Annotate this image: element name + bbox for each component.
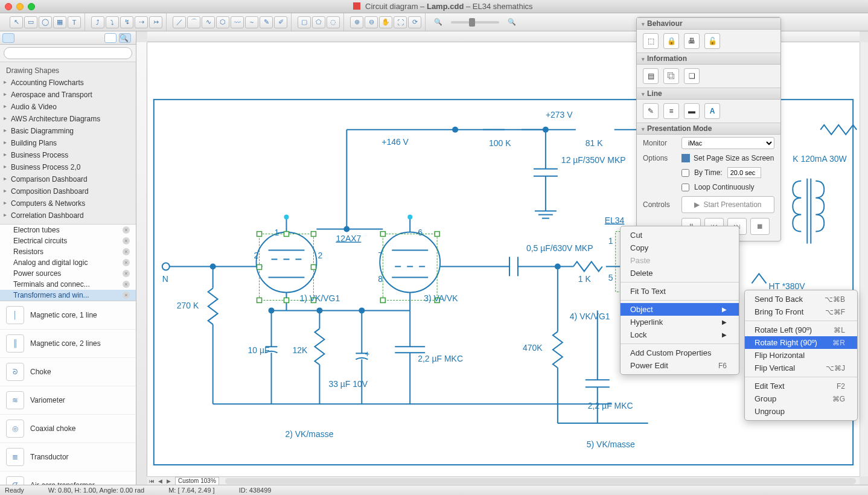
cm-bring-to-front[interactable]: Bring To Front⌥⌘F	[745, 305, 857, 318]
set-page-label[interactable]: Set Page Size as Screen	[694, 154, 774, 162]
cm-copy[interactable]: Copy	[621, 241, 739, 254]
pan-tool[interactable]: ✋	[379, 16, 392, 28]
library-row[interactable]: Analog and digital logic×	[0, 257, 136, 268]
scrollbar-vertical[interactable]	[860, 42, 868, 476]
close-lib-icon[interactable]: ×	[123, 292, 130, 299]
cm-rotate-left[interactable]: Rotate Left (90º)⌘L	[745, 324, 857, 336]
library-row[interactable]: Power sources×	[0, 268, 136, 279]
lasso-poly[interactable]: ⬠	[312, 16, 325, 28]
scribble-tool[interactable]: ✐	[274, 16, 287, 28]
stencil-item[interactable]: ≋Variometer	[0, 386, 136, 415]
cm-hyperlink[interactable]: Hyperlink▶	[621, 316, 739, 328]
rotate-tool[interactable]: ⟳	[408, 16, 421, 28]
cm-edit-text[interactable]: Edit TextF2	[745, 380, 857, 392]
close-lib-icon[interactable]: ×	[123, 248, 130, 255]
close-lib-icon[interactable]: ×	[123, 226, 130, 234]
zoom-window-button[interactable]	[28, 3, 35, 10]
loop-checkbox[interactable]	[681, 184, 689, 191]
cm-fit-to-text[interactable]: Fit To Text	[621, 285, 739, 298]
cm-ungroup[interactable]: Ungroup	[745, 405, 857, 418]
cm-rotate-right[interactable]: Rotate Right (90º)⌘R	[745, 336, 857, 349]
line-tool[interactable]: ／	[173, 16, 186, 28]
info-page-icon[interactable]: ▤	[643, 68, 659, 84]
category-item[interactable]: Comparison Dashboard	[0, 173, 136, 185]
cm-delete[interactable]: Delete	[621, 267, 739, 279]
cm-add-custom-props[interactable]: Add Custom Properties	[621, 346, 739, 359]
monitor-select[interactable]: iMac	[681, 137, 774, 149]
cm-flip-vertical[interactable]: Flip Vertical⌥⌘J	[745, 362, 857, 374]
lasso-rect[interactable]: ▢	[298, 16, 311, 28]
line-color-icon[interactable]: ▬	[684, 103, 700, 119]
ellipse-tool[interactable]: ◯	[39, 16, 52, 28]
scroll-prev[interactable]: ◀	[156, 477, 164, 485]
bezier-tool[interactable]: 〰	[231, 16, 244, 28]
close-lib-icon[interactable]: ×	[123, 259, 130, 266]
minimize-window-button[interactable]	[16, 3, 24, 10]
section-presentation[interactable]: Presentation Mode	[637, 123, 780, 135]
category-item[interactable]: Business Process	[0, 149, 136, 161]
by-time-input[interactable]	[727, 167, 761, 178]
scrollbar-horizontal[interactable]: ⏮ ◀ ▶ Custom 103%	[147, 476, 860, 485]
freehand-tool[interactable]: ✎	[260, 16, 273, 28]
category-item[interactable]: Business Process 2,0	[0, 161, 136, 173]
info-window-icon[interactable]: ❏	[684, 68, 700, 84]
library-row[interactable]: Electrical circuits×	[0, 235, 136, 246]
sidebar-search-input[interactable]	[4, 47, 132, 59]
zoom-in-tool[interactable]: ⊕	[350, 16, 363, 28]
connector-5[interactable]: ↣	[149, 16, 162, 28]
cm-group[interactable]: Group⌘G	[745, 392, 857, 405]
sidebar-search-icon[interactable]: 🔍	[119, 33, 131, 43]
spline-tool[interactable]: ∿	[202, 16, 215, 28]
sidebar-tree-icon[interactable]	[2, 33, 14, 43]
fullscreen-tool[interactable]: ⛶	[394, 16, 407, 28]
section-information[interactable]: Information	[637, 53, 780, 65]
zoom-thumb[interactable]	[469, 18, 475, 27]
lasso-free[interactable]: ◌	[327, 16, 340, 28]
category-item[interactable]: Building Plans	[0, 137, 136, 149]
connector-3[interactable]: ↯	[120, 16, 133, 28]
by-time-checkbox[interactable]	[681, 169, 689, 177]
cm-send-to-back[interactable]: Send To Back⌥⌘B	[745, 293, 857, 305]
behaviour-bounds-icon[interactable]: ⬚	[643, 33, 659, 49]
close-lib-icon[interactable]: ×	[123, 237, 130, 244]
stop-button[interactable]: ⏹	[750, 218, 770, 235]
cm-cut[interactable]: Cut	[621, 229, 739, 241]
library-row-active[interactable]: Transformers and win...×	[0, 290, 136, 301]
zoom-plus[interactable]: 🔍	[505, 16, 519, 28]
library-row[interactable]: Resistors×	[0, 246, 136, 257]
zoom-slider[interactable]	[451, 21, 499, 24]
start-presentation-button[interactable]: ▶ Start Presentation	[681, 196, 774, 213]
category-item[interactable]: AWS Architecture Diagrams	[0, 113, 136, 125]
category-item[interactable]: Computers & Networks	[0, 197, 136, 209]
zoom-combo[interactable]: Custom 103%	[175, 477, 219, 485]
cm-power-edit[interactable]: Power EditF6	[621, 359, 739, 372]
zoom-minus[interactable]: 🔍	[432, 16, 445, 28]
cm-lock[interactable]: Lock▶	[621, 328, 739, 341]
connector-2[interactable]: ⤵	[106, 16, 119, 28]
line-pen-icon[interactable]: ✎	[643, 103, 659, 119]
library-row[interactable]: Terminals and connec...×	[0, 279, 136, 290]
arc-tool[interactable]: ⌒	[187, 16, 200, 28]
category-item[interactable]: Accounting Flowcharts	[0, 77, 136, 89]
cursor-tool[interactable]: ↖	[10, 16, 23, 28]
category-item[interactable]: Aerospace and Transport	[0, 89, 136, 101]
cm-object[interactable]: Object▶	[621, 303, 739, 316]
table-tool[interactable]: ▦	[53, 16, 66, 28]
rect-tool[interactable]: ▭	[24, 16, 37, 28]
zoom-out-tool[interactable]: ⊖	[365, 16, 378, 28]
scroll-track[interactable]	[225, 478, 856, 484]
text-tool[interactable]: T	[68, 16, 81, 28]
line-text-icon[interactable]: A	[704, 103, 720, 119]
stencil-item[interactable]: ᘐChoke	[0, 358, 136, 386]
category-item[interactable]: Composition Dashboard	[0, 185, 136, 197]
library-row[interactable]: Electron tubes×	[0, 225, 136, 235]
stencil-item[interactable]: ◎Coaxial choke	[0, 415, 136, 443]
stencil-item[interactable]: ᗧAir-core transformer	[0, 471, 136, 485]
sidebar-grid-icon[interactable]	[104, 33, 116, 43]
close-lib-icon[interactable]: ×	[123, 281, 130, 288]
stencil-item[interactable]: │Magnetic core, 1 line	[0, 301, 136, 330]
curve-tool[interactable]: ~	[245, 16, 258, 28]
info-copy-icon[interactable]: ⿻	[663, 68, 679, 84]
connector-4[interactable]: ⇢	[135, 16, 148, 28]
category-item[interactable]: Correlation Dashboard	[0, 209, 136, 222]
